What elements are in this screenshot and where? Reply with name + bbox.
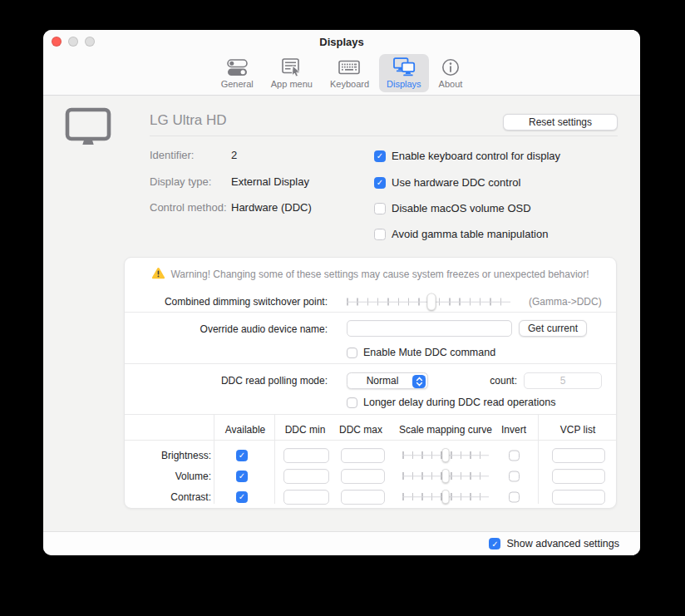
checkbox[interactable] [374,229,386,240]
tab-label: App menu [271,79,313,89]
minimize-button[interactable] [68,37,78,47]
ddc-max-field[interactable] [341,448,385,463]
tab-label: General [221,79,254,89]
window-title: Displays [319,36,363,48]
curve-slider[interactable] [402,446,489,464]
slider-thumb[interactable] [442,490,450,504]
ddc-max-field[interactable] [341,469,385,484]
tab-app-menu[interactable]: App menu [264,54,320,92]
column-header-available: Available [225,424,265,436]
toolbar: General App menu [43,53,640,96]
curve-slider[interactable] [402,467,489,485]
tab-displays[interactable]: Displays [379,54,429,92]
tab-general[interactable]: General [214,54,261,92]
close-button[interactable] [52,37,62,47]
audio-device-name-input[interactable] [347,320,512,337]
show-advanced-label: Show advanced settings [506,538,619,549]
info-row-identifier: Identifier: 2 [150,149,374,164]
displays-window: Displays General [43,30,640,555]
show-advanced-checkbox[interactable] [489,538,500,549]
polling-mode-label: DDC read polling mode: [125,375,328,387]
vcp-list-field[interactable] [552,490,605,505]
warning-row: Warning! Changing some of these settings… [125,267,616,282]
option-avoid-gamma: Avoid gamma table manipulation [374,228,548,240]
divider [125,363,616,364]
column-header-scale-mapping-curve: Scale mapping curve [399,424,492,436]
stepper-icon [412,375,426,388]
info-icon [441,57,461,78]
titlebar: Displays [43,30,640,53]
option-mute-ddc: Enable Mute DDC command [347,347,495,358]
table-row-contrast: Contrast: [125,486,616,507]
invert-checkbox[interactable] [509,450,520,461]
slider-thumb[interactable] [442,469,450,483]
available-checkbox[interactable] [236,450,248,461]
column-header-invert: Invert [501,424,526,436]
checkbox[interactable] [374,203,386,214]
vcp-list-field[interactable] [552,469,605,484]
info-row-display-type: Display type: External Display [150,175,374,190]
checkbox[interactable] [347,397,357,408]
ddc-max-field[interactable] [341,490,385,505]
checkbox[interactable] [374,177,386,189]
checkbox-label: Use hardware DDC control [392,176,520,189]
tab-label: Displays [387,79,421,89]
reset-settings-button[interactable]: Reset settings [503,114,618,131]
curve-slider[interactable] [402,488,489,505]
ddc-min-field[interactable] [283,448,329,463]
toggles-icon [227,57,248,78]
selected-option: Normal [367,375,399,387]
table-row-brightness: Brightness: [125,445,616,466]
polling-mode-select[interactable]: Normal [347,372,428,389]
divider [125,440,616,441]
tab-about[interactable]: About [431,54,471,92]
checkbox-label: Enable Mute DDC command [363,347,495,358]
ddc-min-field[interactable] [283,469,329,484]
invert-checkbox[interactable] [509,471,520,481]
checkbox-label: Longer delay during DDC read operations [363,397,555,408]
count-label: count: [457,375,517,387]
dimming-slider[interactable] [347,293,510,311]
option-disable-osd: Disable macOS volume OSD [374,202,531,214]
audio-name-label: Override audio device name: [125,323,328,335]
row-label: Brightness: [125,450,211,461]
tab-label: About [439,79,463,89]
divider [125,414,616,415]
tab-keyboard[interactable]: Keyboard [323,54,377,92]
info-value: External Display [231,175,309,188]
slider-thumb[interactable] [427,293,436,311]
info-value: 2 [231,149,237,161]
option-hardware-ddc: Use hardware DDC control [374,176,520,189]
divider [150,136,618,136]
warning-text: Warning! Changing some of these settings… [170,269,589,280]
display-name: LG Ultra HD [150,112,227,129]
slider-thumb[interactable] [442,448,450,462]
available-checkbox[interactable] [236,471,248,482]
displays-icon [392,57,416,78]
display-settings-pane: LG Ultra HD Reset settings Identifier: 2… [43,96,640,531]
checkbox-label: Enable keyboard control for display [392,150,560,162]
zoom-button[interactable] [85,37,95,47]
ddc-min-field[interactable] [283,490,329,505]
checkbox[interactable] [347,347,357,358]
available-checkbox[interactable] [236,491,248,503]
document-cursor-icon [282,57,302,78]
option-longer-delay: Longer delay during DDC read operations [347,397,555,408]
get-current-button[interactable]: Get current [519,320,587,337]
row-label: Volume: [125,471,211,482]
count-field [524,372,602,389]
info-value: Hardware (DDC) [231,201,312,214]
info-label: Display type: [150,175,211,188]
vcp-list-field[interactable] [552,448,605,463]
checkbox[interactable] [374,150,386,162]
window-controls [52,30,95,53]
warning-icon [151,267,165,282]
divider [125,312,616,313]
table-row-volume: Volume: [125,466,616,486]
option-keyboard-control: Enable keyboard control for display [374,150,560,162]
dimming-label: Combined dimming switchover point: [125,296,328,308]
invert-checkbox[interactable] [509,491,520,502]
keyboard-icon [338,57,360,78]
checkbox-label: Avoid gamma table manipulation [392,228,548,240]
row-label: Contrast: [125,491,211,503]
